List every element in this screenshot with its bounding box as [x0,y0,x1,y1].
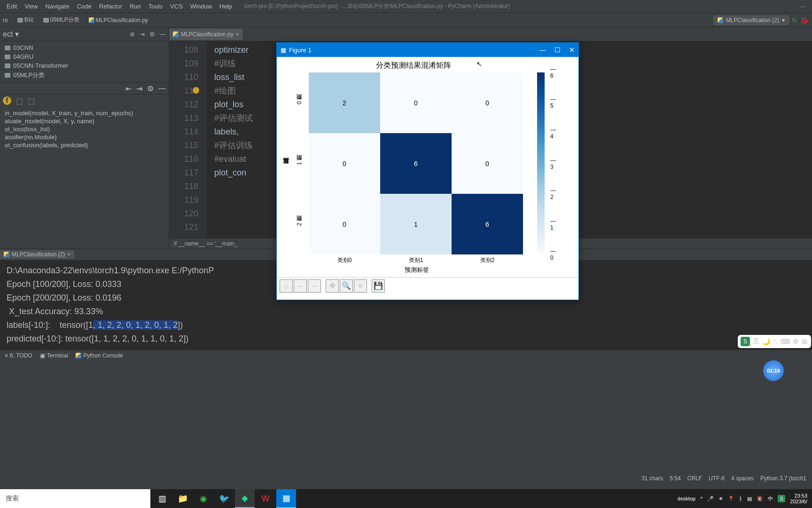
tray-clock[interactable]: 23:53 2023/6/ [790,493,807,504]
minimize-icon[interactable]: — [796,3,809,10]
menu-refactor[interactable]: Refactor [95,3,126,10]
ime-keyboard-icon[interactable]: ⌨ [781,338,790,345]
tray-bluetooth-icon[interactable]: ᛒ [739,496,742,501]
gear-icon[interactable]: ⚙ [149,31,155,38]
debug-icon[interactable]: 🐞 [800,16,808,24]
breadcrumb-folder-1[interactable]: B站 [24,16,34,24]
tray-ime-icon[interactable]: 中 [768,495,773,502]
menu-view[interactable]: View [21,3,41,10]
status-indent[interactable]: 4 spaces [731,475,754,482]
structure-item[interactable]: in_model(model, X_train, y_train, num_ep… [0,109,169,117]
ime-punct-icon[interactable]: °, [773,338,778,345]
menu-edit[interactable]: Edit [3,3,21,10]
taskbar-search[interactable]: 搜索 [0,489,150,508]
menu-navigate[interactable]: Navigate [41,3,73,10]
run-config-selector[interactable]: MLPClassification (2) ▾ [713,16,789,25]
menu-help[interactable]: Help [216,3,236,10]
python-console-tool[interactable]: Python Console [76,352,123,359]
bulb-icon[interactable]: f [3,96,11,105]
ime-mode[interactable]: 五 [753,337,759,346]
maximize-button[interactable]: ☐ [554,46,561,54]
close-button[interactable]: ✕ [569,46,575,54]
close-tab-icon[interactable]: × [67,251,70,258]
forward-icon[interactable]: → [308,279,321,293]
structure-item[interactable]: aluate_model(model, X, y, name) [0,117,169,125]
structure-panel[interactable]: in_model(model, X_train, y_train, num_ep… [0,107,169,151]
pycharm-icon[interactable]: ◆ [235,489,255,508]
collapse-icon[interactable]: ⇥ [140,31,145,38]
tree-folder[interactable]: 03CNN [0,43,169,52]
editor-tab[interactable]: MLPClassification.py × [169,29,242,40]
project-dropdown[interactable]: ect ▾ [3,30,19,39]
status-pos[interactable]: 5:54 [670,475,680,482]
terminal-tool[interactable]: ▣ Terminal [40,352,68,359]
tray-volume-icon[interactable]: 🔇 [757,496,763,502]
pan-icon[interactable]: ✥ [326,279,339,293]
desktop-label[interactable]: desktop [678,496,696,501]
browser-icon[interactable]: ◉ [194,489,213,508]
wps-icon[interactable]: W [256,489,275,508]
configure-icon[interactable]: ≡ [354,279,367,293]
timer-badge[interactable]: 01:18 [763,360,784,381]
ime-logo-icon[interactable]: S [741,337,750,346]
tray-location-icon[interactable]: 📍 [728,496,734,502]
tray-sun-icon[interactable]: ☀ [718,496,723,502]
menu-vcs[interactable]: VCS [166,3,187,10]
figure-titlebar[interactable]: ▦ Figure 1 — ☐ ✕ [277,43,578,57]
python-icon [76,353,81,358]
run-tab[interactable]: MLPClassification (2) × [0,250,74,259]
menu-run[interactable]: Run [126,3,145,10]
todo-tool[interactable]: ≡ 6: TODO [5,352,32,359]
breadcrumb-file[interactable]: MLPClassification.py [96,17,148,24]
project-tree[interactable]: 03CNN 04GRU 05CNN-Transformer 05MLP分类 [0,41,169,82]
status-eol[interactable]: CRLF [687,475,702,482]
ime-gear-icon[interactable]: ⚙ [793,338,799,345]
method-icon[interactable]: ⬚ [16,96,23,105]
tray-sogou-icon[interactable]: S [778,495,785,502]
ime-toolbar[interactable]: S 五 🌙 °, ⌨ ⚙ ⊞ [738,335,811,348]
run-icon[interactable]: ↻ [792,16,797,24]
structure-item[interactable]: assifier(nn.Module) [0,133,169,141]
tray-mic-icon[interactable]: 🎤 [707,496,714,502]
structure-item[interactable]: ot_confusion(labels, predicted) [0,141,169,149]
heatmap-cell: 0 [309,194,380,254]
tree-folder[interactable]: 05MLP分类 [0,70,169,80]
matplotlib-figure-window[interactable]: ▦ Figure 1 — ☐ ✕ 分类预测结果混淆矩阵 真实标签 类别0200类… [276,42,579,300]
method-icon[interactable]: ⬚ [28,96,35,105]
menu-window[interactable]: Window [187,3,216,10]
minimize-button[interactable]: — [539,46,546,54]
x-axis-label: 预测标签 [300,266,533,274]
breadcrumb-root[interactable]: ro [3,17,8,24]
back-icon[interactable]: ← [294,279,307,293]
hide-icon[interactable]: — [158,84,166,93]
home-icon[interactable]: ⌂ [280,279,293,293]
structure-item[interactable]: ot_loss(loss_list) [0,125,169,133]
menu-tools[interactable]: Tools [145,3,166,10]
ime-grid-icon[interactable]: ⊞ [802,338,807,345]
file-explorer-icon[interactable]: 📁 [173,489,193,508]
zoom-icon[interactable]: 🔍 [340,279,353,293]
figure-taskbar-icon[interactable]: ▦ [276,489,296,508]
tray-chevron-icon[interactable]: ^ [700,496,703,501]
breadcrumb-folder-2[interactable]: 05MLP分类 [50,16,79,24]
tree-folder[interactable]: 04GRU [0,52,169,61]
tree-folder[interactable]: 05CNN-Transformer [0,61,169,70]
breadcrumb[interactable]: ro 〉 B站 〉 05MLP分类 〉 MLPClassification.py [0,16,148,24]
save-icon[interactable]: 💾 [372,279,385,293]
status-interpreter[interactable]: Python 3.7 (torch1 [760,475,806,482]
hide-icon[interactable]: — [160,31,166,38]
ime-moon-icon[interactable]: 🌙 [762,338,770,345]
navigation-bar: ro 〉 B站 〉 05MLP分类 〉 MLPClassification.py… [0,13,812,27]
gear-icon[interactable]: ⚙ [147,84,154,93]
close-tab-icon[interactable]: × [235,31,239,38]
task-view-icon[interactable]: ▥ [152,489,172,508]
gutter[interactable]: 1081091101111121131141151161171181191201… [169,41,207,238]
crosshair-icon[interactable]: ⊕ [130,31,135,38]
app-icon[interactable]: 🐦 [214,489,234,508]
tray-network-icon[interactable]: ▤ [747,496,752,502]
collapse-icon[interactable]: ⇥ [136,84,142,93]
expand-icon[interactable]: ⇤ [125,84,132,93]
status-enc[interactable]: UTF-8 [709,475,725,482]
colorbar: — 6— 5— 4— 3— 2— 1— 0 [537,72,545,254]
menu-code[interactable]: Code [73,3,95,10]
